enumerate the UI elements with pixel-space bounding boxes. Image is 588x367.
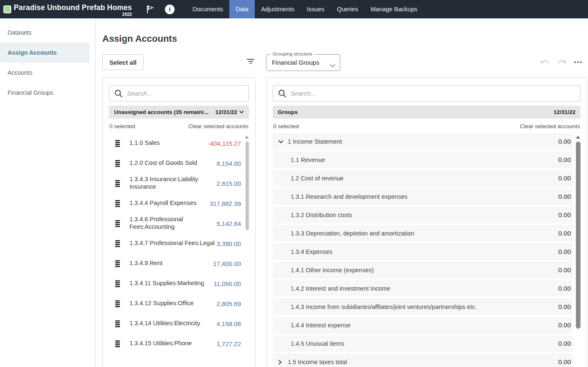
group-value: 0.00: [558, 175, 571, 182]
account-name: 1.3.4.15 Utilities:Phone: [129, 340, 217, 347]
accounts-search-input[interactable]: [127, 90, 248, 97]
select-all-button[interactable]: Select all: [102, 54, 144, 70]
sidebar-item-financial-groups[interactable]: Financial Groups: [0, 83, 90, 103]
group-value: 0.00: [558, 193, 571, 200]
group-name: 1.5 Income taxes total: [288, 359, 347, 365]
group-row[interactable]: 1.3.3 Depreciation, depletion and amorti…: [273, 225, 573, 242]
more-icon[interactable]: [574, 61, 582, 63]
group-row[interactable]: 1.3.1 Research and development expenses …: [273, 188, 573, 205]
sidebar-item-datasets[interactable]: Datasets: [0, 23, 90, 43]
flag-icon[interactable]: [146, 5, 154, 14]
group-row[interactable]: 1 Income Statement 0.00: [273, 133, 573, 150]
groups-search-input[interactable]: [291, 90, 580, 97]
sidebar-item-accounts[interactable]: Accounts: [0, 63, 90, 83]
group-name: 1.3.2 Distribution costs: [291, 212, 352, 218]
group-row[interactable]: 1.4.3 Income from subidiaries/affliates/…: [273, 299, 573, 315]
account-row[interactable]: 1.2.0 Cost of Goods Sold 8,154.00: [103, 153, 245, 173]
account-name: 1.2.0 Cost of Goods Sold: [129, 159, 217, 167]
account-name: 1.3.4.12 Supplies:Office: [129, 300, 217, 307]
account-row[interactable]: 1.3.4.7 Professional Fees:Legal 3,390.00: [103, 233, 245, 253]
account-name: 1.3.4.4 Payroll Expenses: [129, 200, 210, 207]
chevron-right-icon[interactable]: [278, 359, 282, 365]
group-row[interactable]: 1.2 Cost of revenue 0.00: [273, 170, 573, 187]
date-selector[interactable]: 12/31/22: [215, 109, 244, 115]
clear-selected-accounts-link[interactable]: Clear selected accounts: [188, 123, 248, 129]
account-row[interactable]: 1.1.0 Sales -404,115.27: [103, 133, 245, 153]
drag-handle-icon[interactable]: [115, 340, 120, 347]
filter-icon[interactable]: [246, 59, 255, 66]
group-row[interactable]: 1.3.2 Distribution costs 0.00: [273, 207, 573, 223]
group-row[interactable]: 1.4.5 Unusual items 0.00: [273, 335, 573, 352]
clear-selected-accounts-link[interactable]: Clear selected accounts: [520, 123, 580, 129]
drag-handle-icon[interactable]: [115, 200, 120, 207]
company-logo-icon: [3, 5, 11, 13]
nav-item-issues[interactable]: Issues: [301, 0, 331, 18]
drag-handle-icon[interactable]: [115, 260, 120, 267]
group-name: 1.4.2 Interest and investment Income: [291, 285, 390, 292]
sidebar-item-assign-accounts[interactable]: Assign Accounts: [0, 43, 90, 63]
drag-handle-icon[interactable]: [115, 280, 120, 287]
nav-item-documents[interactable]: Documents: [186, 0, 229, 18]
account-amount: 3,390.00: [217, 240, 241, 247]
account-name: 1.3.4.7 Professional Fees:Legal: [129, 240, 217, 247]
info-icon[interactable]: i: [165, 5, 175, 14]
account-name: 1.3.4.3 Insurance:Liability Insurance: [129, 176, 217, 190]
redo-icon[interactable]: [557, 59, 567, 68]
account-amount: 317,882.39: [210, 200, 241, 207]
drag-handle-icon[interactable]: [115, 300, 120, 307]
account-amount: 4,158.06: [217, 320, 241, 327]
account-amount: 1,727.22: [217, 340, 241, 347]
selection-status-row: 0 selected Clear selected accounts: [109, 123, 248, 129]
drag-handle-icon[interactable]: [115, 180, 120, 187]
account-row[interactable]: 1.3.4.4 Payroll Expenses 317,882.39: [103, 193, 245, 213]
drag-handle-icon[interactable]: [115, 220, 120, 227]
drag-handle-icon[interactable]: [115, 160, 120, 167]
account-amount: -404,115.27: [208, 140, 241, 147]
account-amount: 2,805.69: [217, 300, 241, 307]
group-value: 0.00: [558, 138, 571, 145]
account-row[interactable]: 1.3.4.6 Professional Fees:Accounting 5,1…: [103, 213, 245, 233]
nav-item-adjustments[interactable]: Adjustments: [255, 0, 301, 18]
chevron-down-icon[interactable]: [278, 140, 284, 144]
account-row[interactable]: 1.3.4.9 Rent 17,400.00: [103, 253, 245, 273]
account-name: 1.3.4.11 Supplies:Marketing: [129, 280, 213, 287]
group-name: 1.1 Revenue: [291, 157, 325, 163]
drag-handle-icon[interactable]: [115, 320, 120, 327]
nav-item-data[interactable]: Data: [229, 0, 255, 18]
account-row[interactable]: 1.3.4.15 Utilities:Phone 1,727.22: [103, 334, 245, 354]
page-title: Assign Accounts: [102, 33, 177, 44]
group-row[interactable]: 1.5 Income taxes total 0.00: [273, 354, 573, 367]
account-amount: 8,154.00: [217, 160, 241, 167]
account-row[interactable]: 1.3.4.14 Utilities:Electricity 4,158.06: [103, 314, 245, 334]
accounts-scrollbar[interactable]: [246, 142, 249, 230]
group-row[interactable]: 1.3.4 Expenses 0.00: [273, 243, 573, 260]
group-name: 1.4.3 Income from subidiaries/affliates/…: [291, 304, 476, 310]
chevron-down-icon: [329, 61, 335, 69]
group-row[interactable]: 1.4.2 Interest and investment Income 0.0…: [273, 280, 573, 297]
brand: Paradise Unbound Prefab Homes 2022: [0, 0, 132, 18]
scroll-up-icon[interactable]: [576, 136, 580, 139]
undo-icon[interactable]: [540, 59, 550, 68]
brand-text: Paradise Unbound Prefab Homes 2022: [14, 2, 132, 17]
groups-date-value: 12/31/22: [553, 109, 575, 115]
group-row[interactable]: 1.4.4 Interest expense 0.00: [273, 317, 573, 334]
group-row[interactable]: 1.4.1 Other income (expenses) 0.00: [273, 262, 573, 278]
nav-item-queries[interactable]: Queries: [331, 0, 365, 18]
search-icon: [278, 89, 286, 98]
grouping-structure-select[interactable]: Grouping structure Financial Groups: [266, 54, 340, 71]
sidebar: DatasetsAssign AccountsAccountsFinancial…: [0, 18, 96, 367]
groups-panel: Groups 12/31/22 0 selected Clear selecte…: [266, 77, 587, 367]
selected-count: 0 selected: [109, 123, 135, 129]
groups-scrollbar[interactable]: [576, 142, 580, 329]
group-row[interactable]: 1.1 Revenue 0.00: [273, 152, 573, 168]
account-row[interactable]: 1.3.4.12 Supplies:Office 2,805.69: [103, 294, 245, 314]
account-amount: 5,142.84: [217, 220, 241, 227]
group-value: 0.00: [558, 303, 571, 311]
drag-handle-icon[interactable]: [115, 240, 120, 247]
account-row[interactable]: 1.3.4.3 Insurance:Liability Insurance 2,…: [103, 173, 245, 193]
grouping-structure-value: Financial Groups: [272, 55, 319, 71]
drag-handle-icon[interactable]: [115, 140, 120, 147]
nav-item-manage-backups[interactable]: Manage Backups: [364, 0, 423, 18]
account-row[interactable]: 1.3.4.11 Supplies:Marketing 11,050.00: [103, 273, 245, 294]
scroll-up-icon[interactable]: [245, 136, 249, 139]
